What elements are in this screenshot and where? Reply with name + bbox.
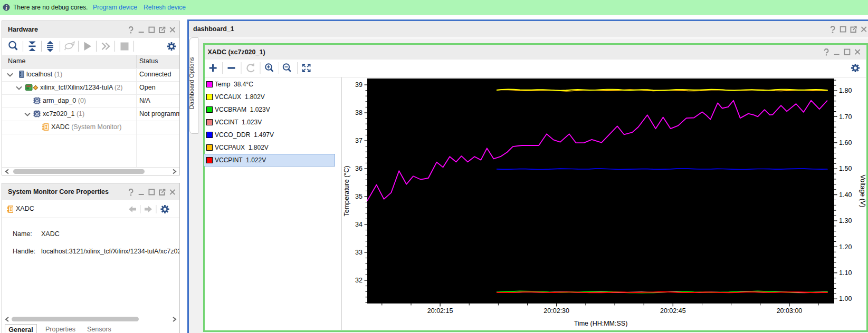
svg-text:Temperature (°C): Temperature (°C) xyxy=(343,166,350,217)
svg-text:20:02:15: 20:02:15 xyxy=(427,307,453,315)
svg-text:1.50: 1.50 xyxy=(839,165,852,172)
svg-text:34: 34 xyxy=(355,221,363,228)
svg-text:1.10: 1.10 xyxy=(839,269,852,277)
svg-text:33: 33 xyxy=(355,249,363,256)
svg-text:20:02:45: 20:02:45 xyxy=(660,307,686,315)
svg-text:1.70: 1.70 xyxy=(839,113,852,121)
svg-text:20:02:30: 20:02:30 xyxy=(543,307,569,315)
svg-text:39: 39 xyxy=(355,81,363,89)
svg-text:37: 37 xyxy=(355,137,363,144)
svg-text:38: 38 xyxy=(355,109,363,116)
svg-text:Time (HH:MM:SS): Time (HH:MM:SS) xyxy=(574,320,628,327)
svg-text:1.20: 1.20 xyxy=(839,243,852,251)
svg-text:1.60: 1.60 xyxy=(839,139,852,146)
svg-text:32: 32 xyxy=(355,277,363,284)
svg-text:1.40: 1.40 xyxy=(839,191,852,199)
svg-text:36: 36 xyxy=(355,165,363,172)
svg-text:20:03:00: 20:03:00 xyxy=(777,307,803,315)
svg-text:1.30: 1.30 xyxy=(839,217,852,224)
svg-text:Dashboard Options: Dashboard Options xyxy=(189,57,195,109)
svg-text:1.00: 1.00 xyxy=(839,295,852,302)
svg-text:35: 35 xyxy=(355,193,363,200)
svg-text:1.80: 1.80 xyxy=(839,87,852,94)
svg-text:Voltage (V): Voltage (V) xyxy=(859,175,866,208)
